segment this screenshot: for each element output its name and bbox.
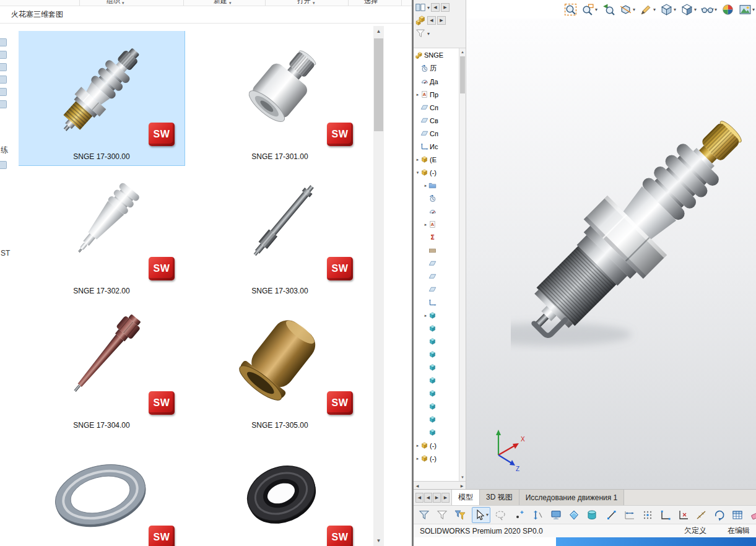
previous-view-button[interactable] (602, 3, 615, 16)
point-filter-button[interactable] (512, 507, 528, 523)
feature-tree-item[interactable] (414, 335, 459, 348)
edge-filter-button[interactable] (530, 507, 546, 523)
filter-stack-button[interactable] (452, 507, 468, 523)
dropdown-caret-icon[interactable]: ▾ (653, 7, 656, 12)
tree-back-button[interactable]: ◀ (427, 16, 436, 25)
feature-tree-item[interactable] (414, 361, 459, 374)
grid-snap-button[interactable] (640, 507, 656, 523)
feature-tree-item[interactable]: Сп (414, 127, 459, 140)
measure-line-button[interactable] (693, 507, 710, 523)
feature-tree-item[interactable]: ▾(-) (414, 166, 459, 179)
feature-tree-item[interactable] (414, 374, 459, 387)
tree-filter-icon[interactable] (415, 28, 426, 39)
apply-scene-button[interactable]: ▾ (739, 3, 755, 16)
expand-arrow-icon[interactable]: ▸ (415, 157, 420, 162)
dropdown-caret-icon[interactable]: ▾ (633, 7, 635, 12)
feature-tree-item[interactable]: 历 (414, 62, 459, 75)
file-item[interactable]: SW SNGE 17-305.00 (197, 300, 363, 434)
zoom-area-button[interactable]: ▾ (581, 3, 597, 16)
gem-filter-button[interactable] (566, 507, 582, 523)
open-button[interactable]: 打开▾ (297, 0, 315, 6)
feature-tree-item[interactable] (414, 413, 459, 426)
first-tab-icon[interactable]: ◀ (415, 493, 424, 503)
feature-tree-item[interactable]: Сп (414, 101, 459, 114)
feature-tree-item[interactable] (414, 192, 459, 205)
file-item[interactable]: SW SNGE 17-300.00 (19, 31, 185, 165)
scrollbar-thumb[interactable] (460, 56, 465, 93)
feature-tree-item[interactable]: ▸(Е (414, 153, 459, 166)
windows-taskbar-strip[interactable] (556, 537, 756, 546)
folder-icon[interactable] (0, 38, 7, 46)
feature-tree-item[interactable]: Св (414, 114, 459, 127)
expand-arrow-icon[interactable]: ▸ (423, 183, 428, 188)
expand-arrow-icon[interactable]: ▸ (415, 456, 420, 461)
folder-icon[interactable] (0, 63, 7, 71)
feature-tree-item[interactable] (414, 231, 459, 244)
annotation-view-button[interactable]: ▾ (640, 3, 656, 16)
feature-tree-item[interactable]: ▸ (414, 179, 459, 192)
dropdown-caret-icon[interactable]: ▾ (752, 7, 755, 12)
explorer-scrollbar[interactable]: ▲ ▼ (373, 26, 384, 546)
expand-arrow-icon[interactable]: ▸ (423, 222, 428, 227)
graphics-viewport[interactable]: X Z (466, 19, 756, 489)
last-tab-icon[interactable]: ▶ (441, 493, 450, 503)
folder-icon[interactable] (0, 88, 7, 96)
expand-arrow-icon[interactable]: ▸ (415, 443, 420, 448)
feature-tree-item[interactable] (414, 322, 459, 335)
feature-tree-item[interactable] (414, 348, 459, 361)
dropdown-caret-icon[interactable]: ▾ (427, 5, 430, 11)
file-item[interactable]: SW (197, 434, 363, 546)
prev-tab-icon[interactable]: ◀ (424, 493, 432, 503)
feature-tree-item[interactable] (414, 387, 459, 400)
body-filter-button[interactable] (584, 507, 600, 523)
sketch-line-button[interactable] (604, 507, 620, 523)
zoom-fit-button[interactable] (564, 3, 577, 16)
feature-tree-item[interactable]: Да (414, 75, 459, 88)
folder-label-fragment[interactable]: 练 (1, 145, 8, 155)
folder-icon[interactable] (0, 51, 7, 59)
feature-tree-item[interactable] (414, 400, 459, 413)
feature-tree-item[interactable] (414, 205, 459, 218)
file-item[interactable]: SW (19, 434, 185, 546)
expand-arrow-icon[interactable]: ▸ (423, 313, 428, 318)
scroll-right-icon[interactable]: ▶ (458, 482, 466, 489)
lasso-select-button[interactable] (492, 507, 508, 523)
dropdown-caret-icon[interactable]: ▾ (674, 7, 676, 12)
3d-views-tab[interactable]: 3D 视图 (480, 490, 519, 505)
feature-tree-item[interactable] (414, 244, 459, 257)
tree-scrollbar[interactable]: ▲ ▼ (459, 48, 466, 481)
next-tab-icon[interactable]: ▶ (433, 493, 441, 503)
dropdown-caret-icon[interactable]: ▾ (715, 7, 717, 12)
file-item[interactable]: SW SNGE 17-303.00 (197, 165, 363, 300)
design-table-button[interactable] (729, 507, 745, 523)
feature-tree-item[interactable]: ▸(-) (414, 452, 459, 465)
tree-forward-button[interactable]: ▶ (437, 16, 446, 25)
expand-arrow-icon[interactable]: ▾ (415, 170, 420, 175)
corner-trim-button[interactable] (676, 507, 692, 523)
dropdown-caret-icon[interactable]: ▾ (427, 31, 430, 37)
feature-tree-item[interactable]: ▸ (414, 309, 459, 322)
folder-icon[interactable] (0, 76, 7, 84)
filter-flyout-button[interactable] (416, 507, 432, 523)
feature-tree-item[interactable]: ▸Пр (414, 88, 459, 101)
scrollbar-track[interactable] (421, 482, 458, 489)
feature-tree-root[interactable]: SNGE (414, 48, 459, 62)
file-item[interactable]: SW SNGE 17-301.00 (197, 31, 363, 165)
scroll-left-icon[interactable]: ◀ (414, 482, 421, 489)
select-button[interactable]: 选择 (364, 0, 378, 6)
filter-toggle-button[interactable] (434, 507, 450, 523)
scroll-down-icon[interactable]: ▼ (459, 474, 466, 481)
feature-tree-item[interactable]: ▸(-) (414, 439, 459, 452)
eraser-tool-button[interactable] (747, 507, 756, 523)
organize-button[interactable]: 组织▾ (106, 0, 124, 6)
feature-tree-item[interactable] (414, 283, 459, 296)
display-style-button[interactable]: ▾ (680, 3, 697, 16)
edit-appearance-button[interactable] (721, 3, 734, 16)
scrollbar-thumb[interactable] (374, 38, 383, 131)
dropdown-caret-icon[interactable]: ▾ (486, 512, 489, 518)
pane-collapse-left-button[interactable]: ◀ (431, 3, 440, 12)
model-tab[interactable]: 模型 (452, 490, 480, 505)
corner-rectangle-button[interactable] (658, 507, 674, 523)
dropdown-caret-icon[interactable]: ▾ (694, 7, 697, 12)
file-item[interactable]: SW SNGE 17-302.00 (19, 165, 185, 300)
